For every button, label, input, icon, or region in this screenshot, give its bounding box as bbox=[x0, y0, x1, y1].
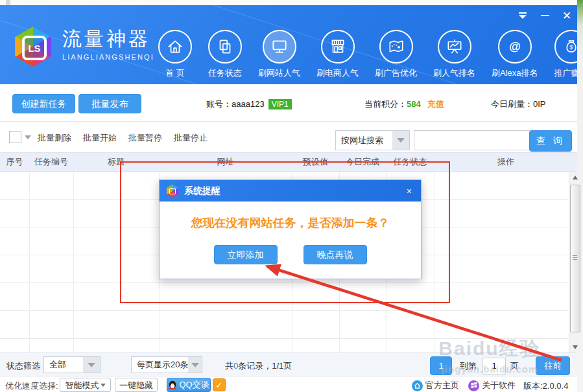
svg-text:$: $ bbox=[569, 43, 573, 51]
query-button[interactable]: 查 询 bbox=[529, 130, 572, 152]
qq-verified-badge: ✓ bbox=[213, 378, 226, 391]
search-mode-value: 按网址搜索 bbox=[336, 135, 392, 146]
filter-label: 状态筛选： bbox=[6, 360, 49, 372]
minimize-button[interactable] bbox=[537, 9, 553, 22]
search-mode-select[interactable]: 按网址搜索 bbox=[335, 130, 410, 150]
column-header-task-id[interactable]: 任务编号 bbox=[29, 156, 73, 168]
points-label: 当前积分： bbox=[364, 99, 407, 109]
page-size-select[interactable]: 每页显示20条 bbox=[131, 356, 202, 373]
dialog-close-icon[interactable]: × bbox=[404, 186, 414, 196]
skin-menu-icon bbox=[519, 12, 527, 19]
scroll-up-arrow[interactable] bbox=[569, 172, 581, 183]
nav-item-rank-chart[interactable]: 刷人气排名 bbox=[433, 30, 475, 79]
app-header: ✕ LS 流量神器 LIANGLIANGSHENQI 首 页 任务状态 bbox=[0, 5, 577, 84]
dialog-body: 您现在没有网站任务，是否添加一条？ 立即添加 晚点再说 bbox=[160, 202, 421, 278]
today-value: 0IP bbox=[533, 99, 546, 109]
chevron-down-icon bbox=[83, 357, 100, 373]
column-header-actions[interactable]: 操作 bbox=[434, 156, 577, 168]
batch-stop-link[interactable]: 批量停止 bbox=[174, 132, 208, 144]
nav-item-ecommerce[interactable]: 刷电商人气 bbox=[316, 30, 359, 79]
goto-page-suffix: 页 bbox=[510, 360, 519, 372]
home-circle-icon bbox=[412, 380, 423, 391]
add-now-button[interactable]: 立即添加 bbox=[214, 245, 278, 264]
batch-pause-link[interactable]: 批量暂停 bbox=[128, 132, 162, 144]
window-controls: ✕ bbox=[515, 9, 575, 22]
go-page-button[interactable]: 往前 bbox=[536, 356, 570, 375]
scrollbar-thumb[interactable] bbox=[570, 185, 580, 332]
table-header: 序号 任务编号 标题 网址 预设值 今日完成 任务状态 操作 bbox=[0, 152, 577, 172]
chevron-down-icon bbox=[392, 131, 409, 150]
close-icon: ✕ bbox=[562, 10, 571, 21]
close-button[interactable]: ✕ bbox=[559, 9, 575, 22]
create-task-button[interactable]: 创建新任务 bbox=[12, 94, 75, 113]
batch-action-bar: 批量删除 批量开始 批量暂停 批量停止 按网址搜索 查 询 bbox=[0, 122, 577, 152]
dialog-message: 您现在没有网站任务，是否添加一条？ bbox=[191, 215, 390, 231]
later-button[interactable]: 晚点再说 bbox=[303, 245, 367, 264]
alexa-at-icon: @ bbox=[506, 38, 524, 56]
goto-page-input[interactable] bbox=[482, 358, 506, 375]
money-bag-icon: $ bbox=[562, 38, 577, 56]
minimize-icon bbox=[541, 15, 549, 16]
column-header-index[interactable]: 序号 bbox=[0, 156, 29, 168]
qq-chat-button[interactable]: QQ交谈 bbox=[167, 378, 211, 392]
app-subtitle: LIANGLIANGSHENQI bbox=[62, 53, 154, 61]
today-volume-info: 今日刷量：0IP bbox=[491, 98, 546, 110]
points-info: 当前积分：584充值 bbox=[364, 98, 444, 110]
nav-item-ad-optimize[interactable]: 刷广告优化 bbox=[375, 30, 417, 79]
about-software-link[interactable]: 关于软件 bbox=[468, 380, 516, 391]
chevron-down-icon bbox=[188, 357, 202, 373]
dialog-title: 系统提醒 bbox=[184, 185, 220, 197]
logo-hexagon-icon: LS bbox=[13, 27, 53, 67]
app-logo: LS 流量神器 LIANGLIANGSHENQI bbox=[13, 27, 154, 67]
select-all-checkbox[interactable] bbox=[9, 131, 21, 143]
dialog-logo-icon bbox=[166, 185, 179, 198]
search-input[interactable] bbox=[414, 130, 533, 150]
scroll-down-arrow[interactable] bbox=[569, 341, 581, 352]
status-filter-select[interactable]: 全部 bbox=[43, 356, 101, 373]
goto-page-label: 到第 bbox=[460, 360, 477, 372]
current-page-button[interactable]: 1 bbox=[430, 356, 452, 375]
column-header-title[interactable]: 标题 bbox=[73, 156, 159, 168]
official-home-link[interactable]: 官方主页 bbox=[412, 380, 459, 391]
version-text: 版本:2.0.0.4 bbox=[523, 380, 568, 392]
batch-delete-link[interactable]: 批量删除 bbox=[38, 132, 71, 144]
account-info: 账号：aaaa123VIP1 bbox=[206, 98, 292, 110]
points-value: 584 bbox=[407, 99, 421, 109]
column-header-task-state[interactable]: 任务状态 bbox=[386, 156, 434, 168]
desktop-window-fragment bbox=[6, 0, 10, 5]
account-label: 账号： bbox=[206, 99, 232, 109]
column-header-url[interactable]: 网址 bbox=[159, 156, 292, 168]
account-value: aaaa123 bbox=[232, 99, 265, 109]
status-bar: 状态筛选： 全部 每页显示20条 共0条记录，1/1页 1 到第 页 往前 bbox=[0, 352, 577, 376]
recharge-link[interactable]: 充值 bbox=[427, 99, 444, 109]
website-traffic-icon bbox=[270, 38, 289, 56]
speed-mode-button[interactable]: 智能模式 bbox=[60, 378, 111, 392]
desktop-strip-top bbox=[0, 0, 583, 5]
speed-select-label: 优化速度选择: bbox=[5, 380, 58, 392]
status-filter-value: 全部 bbox=[44, 359, 83, 371]
select-dropdown-arrow-icon[interactable] bbox=[25, 135, 31, 139]
nav-item-alexa-rank[interactable]: @ 刷Alexa排名 bbox=[492, 30, 538, 79]
one-key-hide-button[interactable]: 一键隐藏 bbox=[115, 378, 158, 392]
logo-monogram: LS bbox=[22, 36, 47, 60]
batch-links: 批量删除 批量开始 批量暂停 批量停止 bbox=[38, 132, 208, 144]
nav-item-home[interactable]: 首 页 bbox=[158, 30, 192, 79]
vip-badge: VIP1 bbox=[268, 99, 292, 110]
svg-text:@: @ bbox=[509, 40, 521, 53]
page-size-value: 每页显示20条 bbox=[132, 359, 188, 371]
toolbar-row: 创建新任务 批量发布 账号：aaaa123VIP1 当前积分：584充值 今日刷… bbox=[0, 84, 577, 122]
nav-item-task-status[interactable]: 任务状态 bbox=[208, 30, 242, 79]
vertical-scrollbar[interactable] bbox=[569, 172, 580, 352]
nav-item-promote-earn[interactable]: $ 推广赚钱 bbox=[554, 30, 577, 79]
windows-flag-icon bbox=[468, 380, 479, 391]
footer-bar: 优化速度选择: 智能模式 一键隐藏 QQ交谈 ✓ 官方主页 关于软件 版本:2.… bbox=[0, 376, 577, 392]
task-status-icon bbox=[216, 38, 234, 56]
skin-menu-button[interactable] bbox=[515, 9, 530, 22]
column-header-preset[interactable]: 预设值 bbox=[292, 156, 339, 168]
main-nav: 首 页 任务状态 刷网站人气 刷电商人气 刷广告优化 刷人气排名 bbox=[158, 30, 577, 79]
column-header-today-done[interactable]: 今日完成 bbox=[339, 156, 386, 168]
rank-chart-icon bbox=[446, 38, 464, 56]
nav-item-website-traffic[interactable]: 刷网站人气 bbox=[258, 30, 300, 79]
batch-start-link[interactable]: 批量开始 bbox=[83, 132, 117, 144]
batch-publish-button[interactable]: 批量发布 bbox=[78, 94, 141, 113]
